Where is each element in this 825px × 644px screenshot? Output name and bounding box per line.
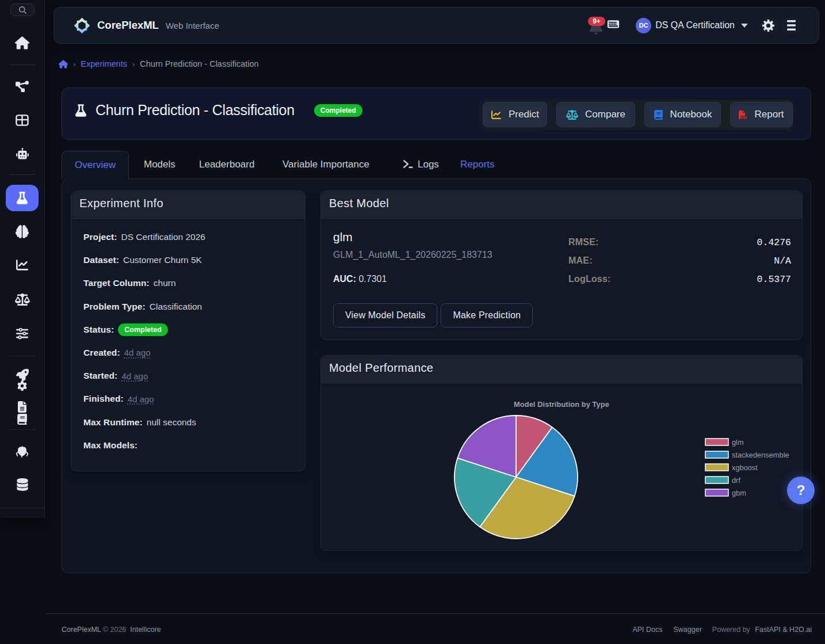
svg-text:gbm: gbm [732,489,746,497]
svg-text:drf: drf [732,476,740,485]
svg-text:stackedensemble: stackedensemble [732,451,789,459]
svg-text:xgboost: xgboost [732,463,758,472]
svg-text:glm: glm [732,438,744,447]
